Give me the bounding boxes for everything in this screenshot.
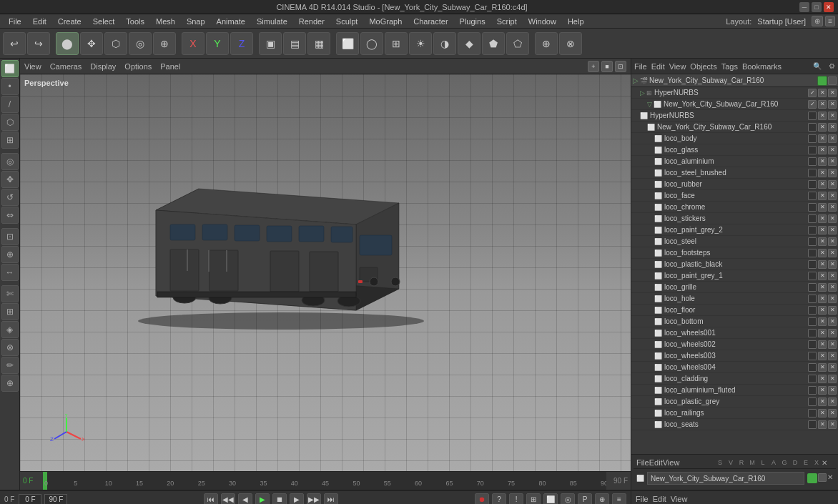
obj-lock-2[interactable]: ✕ [828, 134, 837, 143]
om-icon3[interactable]: ✕ [828, 89, 837, 97]
obj-lock-17[interactable]: ✕ [828, 306, 837, 315]
om-row-19[interactable]: ⬜ loco_wheels001 ✕ ✕ [631, 327, 838, 339]
live-selection-button[interactable]: ⬤ [56, 32, 79, 55]
om-search-icon[interactable]: 🔍 [813, 62, 822, 70]
obj-vis-22[interactable]: ✕ [818, 363, 827, 372]
camera-button[interactable]: ◑ [433, 32, 456, 55]
om-row-13[interactable]: ⬜ loco_plastic_black ✕ ✕ [631, 259, 838, 270]
viewport-fullscreen-button[interactable]: ⊡ [615, 61, 626, 72]
redo-button[interactable]: ↪ [27, 32, 50, 55]
om-row-24[interactable]: ⬜ loco_aluminium_fluted ✕ ✕ [631, 385, 838, 396]
obj-lock-10[interactable]: ✕ [828, 226, 837, 234]
viewport-canvas[interactable]: Perspective [20, 74, 631, 471]
name-input-field[interactable] [647, 472, 804, 485]
obj-tag-16[interactable] [808, 295, 817, 303]
om-row-4[interactable]: ⬜ loco_aluminium ✕ ✕ [631, 156, 838, 167]
maximize-button[interactable]: □ [812, 2, 822, 12]
obj-lock-15[interactable]: ✕ [828, 283, 837, 292]
om-row-26[interactable]: ⬜ loco_railings ✕ ✕ [631, 407, 838, 419]
obj-tag-12[interactable] [808, 249, 817, 257]
rotate-tool[interactable]: ↺ [1, 189, 19, 206]
viewport-view-menu[interactable]: View [24, 62, 41, 71]
name-green-dot[interactable] [807, 473, 817, 483]
obj-lock-22[interactable]: ✕ [828, 363, 837, 372]
scale-tool2[interactable]: ⇔ [1, 207, 19, 224]
menu-animate[interactable]: Animate [211, 16, 251, 27]
menu-sculpt[interactable]: Sculpt [330, 16, 364, 27]
om-icon1[interactable]: ✓ [808, 89, 817, 97]
magnet2-tool[interactable]: ⊕ [1, 375, 19, 392]
om-row-12[interactable]: ⬜ loco_footsteps ✕ ✕ [631, 247, 838, 259]
materials-button[interactable]: ◆ [458, 32, 480, 55]
render-button[interactable]: ▤ [283, 32, 306, 55]
name-ctrl[interactable] [818, 473, 827, 482]
move-tool-button[interactable]: ✥ [80, 32, 103, 55]
om-row-10[interactable]: ⬜ loco_paint_grey_2 ✕ ✕ [631, 224, 838, 236]
pb-more2[interactable]: ⬜ [543, 493, 558, 505]
om-objects-menu[interactable]: Objects [690, 62, 716, 71]
om-row-2[interactable]: ⬜ loco_body ✕ ✕ [631, 133, 838, 144]
obj-tag-15[interactable] [808, 283, 817, 292]
obj-lock-19[interactable]: ✕ [828, 329, 837, 337]
stop-button[interactable]: ⏹ [272, 493, 287, 505]
om-row-1[interactable]: ⬜ New_York_City_Subway_Car_R160 ✕ ✕ [631, 122, 838, 133]
obj-vis-8[interactable]: ✕ [818, 203, 827, 212]
rotate-tool-button[interactable]: ◎ [129, 32, 152, 55]
obj-vis-25[interactable]: ✕ [818, 397, 827, 406]
om-row-25[interactable]: ⬜ loco_plastic_grey ✕ ✕ [631, 396, 838, 407]
obj-vis-15[interactable]: ✕ [818, 283, 827, 292]
prev-keyframe-button[interactable]: ◀◀ [221, 493, 235, 505]
menu-snap[interactable]: Snap [181, 16, 211, 27]
obj-tag-25[interactable] [808, 397, 817, 406]
obj-vis-24[interactable]: ✕ [818, 386, 827, 395]
name-close[interactable]: ✕ [822, 459, 833, 467]
uv-mode-button[interactable]: ⊞ [1, 132, 19, 149]
axis-tool[interactable]: ⊕ [1, 246, 19, 263]
om-subway-icon1[interactable]: ✓ [808, 100, 817, 109]
obj-tag-20[interactable] [808, 340, 817, 349]
om-row-14[interactable]: ⬜ loco_paint_grey_1 ✕ ✕ [631, 270, 838, 282]
mirror-tool[interactable]: ↔ [1, 264, 19, 281]
menu-plugins[interactable]: Plugins [454, 16, 491, 27]
obj-vis-17[interactable]: ✕ [818, 306, 827, 315]
obj-lock-26[interactable]: ✕ [828, 409, 837, 417]
y-axis-button[interactable]: Y [206, 32, 229, 55]
menu-file[interactable]: File [3, 16, 27, 27]
om-top-expand[interactable]: ▷ [633, 76, 639, 84]
viewport-display-menu[interactable]: Display [90, 62, 116, 71]
obj-tag-1[interactable] [808, 123, 817, 132]
first-frame-button[interactable]: ⏮ [204, 493, 218, 505]
sky-button[interactable]: ⬠ [506, 32, 529, 55]
obj-lock-23[interactable]: ✕ [828, 375, 837, 383]
obj-tag-23[interactable] [808, 375, 817, 383]
light-button[interactable]: ☀ [409, 32, 432, 55]
obj-lock-1[interactable]: ✕ [828, 123, 837, 132]
obj-lock-16[interactable]: ✕ [828, 295, 837, 303]
obj-vis-11[interactable]: ✕ [818, 237, 827, 246]
minimize-button[interactable]: ─ [799, 2, 809, 12]
obj-vis-13[interactable]: ✕ [818, 260, 827, 269]
name-file-menu[interactable]: File [636, 458, 649, 467]
pb-more3[interactable]: ◎ [561, 493, 575, 505]
undo-button[interactable]: ↩ [3, 32, 26, 55]
knife-tool[interactable]: ✄ [1, 285, 19, 302]
obj-lock-21[interactable]: ✕ [828, 352, 837, 360]
obj-lock-18[interactable]: ✕ [828, 317, 837, 326]
obj-vis-19[interactable]: ✕ [818, 329, 827, 337]
record-button[interactable]: ⏺ [475, 493, 489, 505]
move-tool[interactable]: ✥ [1, 171, 19, 188]
om-row-8[interactable]: ⬜ loco_chrome ✕ ✕ [631, 202, 838, 213]
name-view-menu[interactable]: View [663, 458, 680, 467]
obj-tag-0[interactable] [808, 112, 817, 120]
obj-lock-9[interactable]: ✕ [828, 214, 837, 223]
last-frame-button[interactable]: ⏭ [324, 493, 338, 505]
menu-help[interactable]: Help [562, 16, 590, 27]
om-row-21[interactable]: ⬜ loco_wheels003 ✕ ✕ [631, 350, 838, 362]
om-icon2[interactable]: ✕ [818, 89, 827, 97]
sphere-button[interactable]: ◯ [360, 32, 383, 55]
obj-vis-6[interactable]: ✕ [818, 180, 827, 189]
floor-button[interactable]: ⬟ [482, 32, 505, 55]
obj-vis-5[interactable]: ✕ [818, 169, 827, 177]
obj-vis-4[interactable]: ✕ [818, 157, 827, 166]
obj-tag-21[interactable] [808, 352, 817, 360]
